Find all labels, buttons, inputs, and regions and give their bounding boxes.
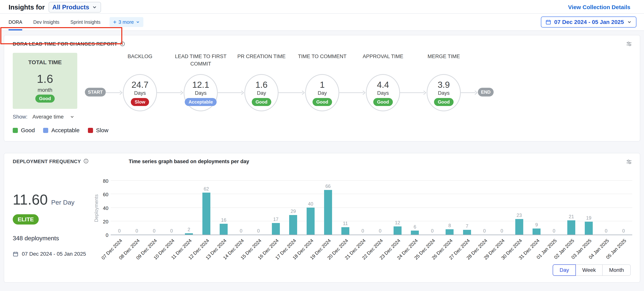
bar-value-label: 29 [291, 209, 296, 214]
legend-label: Acceptable [51, 127, 79, 134]
total-time-card: TOTAL TIME 1.6 month Good [13, 53, 77, 109]
bar[interactable] [324, 190, 332, 235]
plot-area: 0000262160017294066110012608700239021190… [111, 181, 632, 235]
bar[interactable] [515, 219, 523, 235]
bar-value-label: 19 [586, 215, 592, 221]
chart-settings-icon[interactable] [626, 159, 632, 165]
view-collection-details-link[interactable]: View Collection Details [568, 4, 630, 11]
info-icon[interactable] [120, 41, 125, 46]
bar-value-label: 0 [118, 228, 121, 234]
bar-value-label: 66 [326, 183, 331, 189]
granularity-month[interactable]: Month [602, 264, 631, 276]
stage-circle: 3.9DaysGood [426, 74, 461, 111]
bar[interactable] [341, 227, 349, 235]
stage-status-badge: Good [373, 98, 393, 106]
chart-settings-icon[interactable] [626, 41, 632, 47]
y-axis-ticks: 020406080 [100, 181, 111, 235]
date-range-picker[interactable]: 07 Dec 2024 - 05 Jan 2025 [541, 17, 636, 28]
deployments-chart: Deployments 020406080 000026216001729406… [92, 169, 632, 276]
bar-column: 23 [510, 181, 528, 235]
bar-column: 0 [371, 181, 389, 235]
bar-value-label: 0 [153, 228, 156, 234]
y-axis-title: Deployments [92, 181, 100, 235]
stage-value: 1.6 [255, 80, 268, 90]
bar[interactable] [306, 208, 314, 235]
chevron-down-icon [136, 20, 140, 24]
end-pill: END [478, 88, 494, 97]
stage-lead-time-to-first-commit: LEAD TIME TO FIRST COMMIT12.1DaysAccepta… [184, 74, 218, 111]
tab-dev-insights[interactable]: Dev Insights [33, 14, 60, 30]
product-selector[interactable]: All Products [48, 2, 101, 13]
stage-unit: Day [257, 90, 266, 96]
stage-pr-creation-time: PR CREATION TIME1.6DayGood [244, 74, 278, 111]
stage-name: PR CREATION TIME [230, 53, 293, 60]
more-tabs-button[interactable]: + 3 more [110, 17, 143, 27]
bar-column: 2 [180, 181, 198, 235]
bar-column: 0 [476, 181, 493, 235]
tab-sprint-insights[interactable]: Sprint Insights [70, 14, 100, 30]
chart-inner: Deployments 020406080 000026216001729406… [92, 181, 632, 264]
bar-column: 19 [580, 181, 598, 235]
granularity-toggle: DayWeekMonth [92, 264, 631, 276]
bar[interactable] [202, 193, 210, 235]
flow-arrow-icon [461, 90, 478, 96]
deployment-rate-value: 11.60 [13, 191, 48, 208]
chevron-down-icon [92, 5, 97, 10]
flow-arrow-icon [339, 90, 366, 96]
bar-column: 0 [232, 181, 250, 235]
stage-unit: Days [377, 90, 389, 96]
legend-swatch [43, 128, 48, 133]
bar-column: 11 [336, 181, 354, 235]
total-time-status-badge: Good [35, 95, 55, 103]
bar-column: 0 [111, 181, 128, 235]
bar[interactable] [446, 229, 454, 235]
stage-unit: Days [195, 90, 206, 96]
stage-value: 1 [320, 80, 325, 90]
x-tick-cell: 05 Jan 2025 [615, 235, 632, 264]
bar-column: 0 [493, 181, 510, 235]
deployment-stats: 11.60 Per Day ELITE 348 deployments 07 D… [13, 169, 92, 276]
top-bar: Insights for All Products View Collectio… [0, 0, 644, 31]
bar-value-label: 0 [553, 228, 555, 234]
bar[interactable] [585, 222, 593, 235]
bar[interactable] [220, 224, 228, 235]
stage-time-to-comment: TIME TO COMMENT1DayGood [305, 74, 339, 111]
total-time-column: TOTAL TIME 1.6 month Good Show: Average … [13, 53, 77, 120]
granularity-day[interactable]: Day [553, 264, 576, 276]
y-tick-40: 40 [103, 205, 108, 211]
bar-value-label: 11 [343, 221, 348, 226]
bar[interactable] [411, 231, 419, 235]
bar-value-label: 6 [414, 224, 416, 230]
bar-value-label: 0 [135, 228, 138, 234]
bar-value-label: 0 [240, 228, 242, 234]
show-selector[interactable]: Show: Average time [13, 114, 77, 120]
tab-dora[interactable]: DORA [8, 14, 22, 30]
bar-column: 16 [215, 181, 232, 235]
bar-column: 17 [267, 181, 284, 235]
bar[interactable] [289, 215, 297, 235]
bar-column: 0 [424, 181, 441, 235]
bar[interactable] [394, 226, 402, 235]
lead-time-title: DORA LEAD TIME FOR CHANGES REPORT [13, 41, 117, 47]
bar[interactable] [567, 220, 575, 235]
stage-status-badge: Slow [131, 98, 149, 106]
stage-name: BACKLOG [108, 53, 171, 60]
stage-status-badge: Good [252, 98, 271, 106]
legend-swatch [13, 128, 18, 133]
bar[interactable] [463, 230, 471, 235]
bar-column: 12 [389, 181, 406, 235]
flow-arrow-icon [218, 90, 244, 96]
stage-value: 12.1 [192, 80, 209, 90]
bar[interactable] [272, 223, 280, 235]
info-icon[interactable] [84, 159, 88, 164]
legend-item-slow: Slow [88, 127, 108, 134]
granularity-week[interactable]: Week [576, 264, 602, 276]
stage-approval-time: APPROVAL TIME4.4DaysGood [366, 74, 400, 111]
bar-column: 0 [146, 181, 163, 235]
bar[interactable] [185, 233, 193, 235]
legend-label: Good [21, 127, 35, 134]
bar[interactable] [532, 228, 540, 235]
total-time-unit: month [38, 87, 52, 93]
stage-merge-time: MERGE TIME3.9DaysGood [426, 74, 461, 111]
insights-dashboard: Insights for All Products View Collectio… [0, 0, 644, 283]
